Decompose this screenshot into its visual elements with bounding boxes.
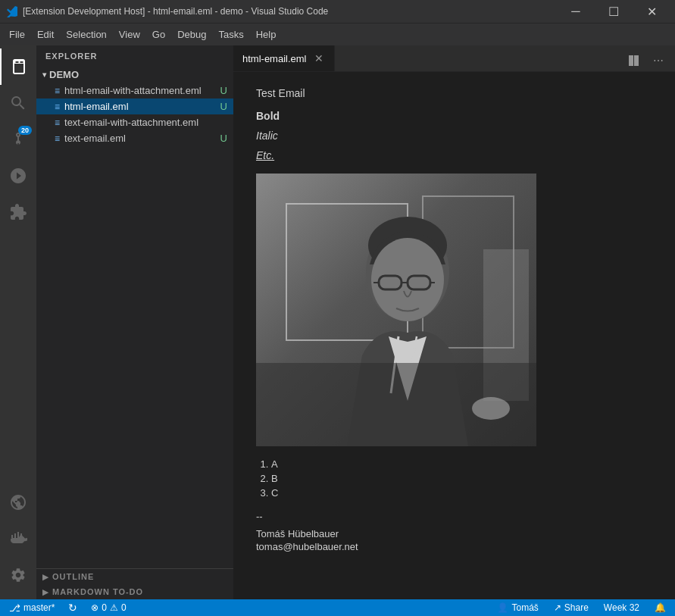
sync-button[interactable]: ↻ [65, 599, 80, 616]
signature-name: Tomáš Hübelbauer [256, 528, 652, 539]
git-branch[interactable]: ⎇ master* [6, 599, 58, 616]
file-html-email[interactable]: ≡ html-email.eml U [36, 98, 233, 114]
activity-settings[interactable] [0, 557, 36, 593]
error-icon: ⊗ [91, 602, 98, 613]
email-separator: -- [256, 511, 652, 522]
user-label: Tomáš [511, 602, 538, 613]
maximize-button[interactable]: ☐ [596, 0, 631, 23]
warning-count: 0 [121, 602, 127, 613]
menu-view[interactable]: View [113, 26, 146, 43]
file-icon-2: ≡ [55, 102, 60, 112]
error-count: 0 [102, 602, 107, 613]
week-info[interactable]: Week 32 [601, 599, 642, 616]
vscode-icon [6, 5, 18, 17]
filename-3: text-email-with-attachment.eml [64, 117, 198, 128]
sidebar-markdown-todo[interactable]: ▶ MARKDOWN TO-DO [36, 584, 233, 599]
tab-bar: html-email.eml ✕ ⋯ [233, 45, 675, 72]
file-badge-4: U [220, 133, 227, 144]
sidebar: Explorer ▾ DEMO ≡ html-email-with-attach… [36, 45, 233, 599]
email-italic-underline: Etc. [256, 149, 652, 161]
activity-docker[interactable] [0, 521, 36, 557]
svg-point-16 [472, 397, 510, 420]
sync-icon: ↻ [68, 602, 77, 614]
person-icon: 👤 [497, 602, 508, 613]
share-button[interactable]: ↗ Share [551, 599, 592, 616]
status-bar: ⎇ master* ↻ ⊗ 0 ⚠ 0 👤 Tomáš ↗ Share Week… [0, 599, 675, 616]
file-badge-2: U [220, 101, 227, 112]
share-label: Share [564, 602, 589, 613]
email-photo [256, 174, 536, 446]
split-editor-button[interactable] [623, 50, 645, 71]
filename-4: text-email.eml [64, 133, 126, 144]
email-signature: Tomáš Hübelbauer tomas@hubelbauer.net [256, 528, 652, 552]
close-button[interactable]: ✕ [634, 0, 669, 23]
week-label: Week 32 [604, 602, 639, 613]
filename-1: html-email-with-attachment.eml [64, 85, 202, 96]
folder-arrow: ▾ [42, 70, 46, 79]
file-icon-4: ≡ [55, 133, 60, 144]
file-html-email-attachment[interactable]: ≡ html-email-with-attachment.eml U [36, 83, 233, 98]
activity-search[interactable] [0, 85, 36, 121]
title-bar-left: [Extension Development Host] - html-emai… [6, 5, 328, 17]
email-image [256, 174, 536, 446]
activity-explorer[interactable] [0, 48, 36, 85]
status-bar-left: ⎇ master* ↻ ⊗ 0 ⚠ 0 [6, 599, 130, 616]
minimize-button[interactable]: ─ [558, 0, 593, 23]
email-italic: Italic [256, 130, 652, 142]
email-list: A B C [256, 458, 652, 499]
notification-bell[interactable]: 🔔 [652, 599, 669, 616]
tab-actions: ⋯ [623, 50, 675, 71]
git-branch-name: master* [23, 602, 55, 613]
user-name[interactable]: 👤 Tomáš [494, 599, 541, 616]
bell-icon: 🔔 [655, 602, 666, 613]
email-subject: Test Email [256, 87, 652, 99]
folder-name: DEMO [49, 69, 79, 80]
share-icon: ↗ [554, 602, 561, 613]
sidebar-title: Explorer [36, 45, 233, 67]
list-item-2: B [271, 473, 652, 484]
warning-icon: ⚠ [110, 602, 118, 613]
signature-email: tomas@hubelbauer.net [256, 541, 652, 552]
menu-bar: File Edit Selection View Go Debug Tasks … [0, 23, 675, 45]
activity-extensions[interactable] [0, 194, 36, 230]
errors-count[interactable]: ⊗ 0 ⚠ 0 [88, 599, 129, 616]
menu-debug[interactable]: Debug [171, 26, 212, 43]
more-actions-button[interactable]: ⋯ [648, 50, 669, 71]
menu-file[interactable]: File [3, 26, 31, 43]
tab-label: html-email.eml [242, 53, 307, 64]
menu-help[interactable]: Help [250, 26, 283, 43]
main-layout: 20 Explorer ▾ DEMO ≡ html-email-with-att… [0, 45, 675, 599]
menu-edit[interactable]: Edit [31, 26, 60, 43]
file-icon-3: ≡ [55, 117, 60, 128]
filename-2: html-email.eml [64, 101, 129, 112]
file-text-email[interactable]: ≡ text-email.eml U [36, 130, 233, 146]
activity-source-control[interactable]: 20 [0, 121, 36, 158]
status-bar-right: 👤 Tomáš ↗ Share Week 32 🔔 [494, 599, 669, 616]
editor-area: html-email.eml ✕ ⋯ Test Email Bold Itali… [233, 45, 675, 599]
title-bar-title: [Extension Development Host] - html-emai… [23, 6, 328, 17]
git-branch-icon: ⎇ [9, 602, 20, 614]
menu-selection[interactable]: Selection [60, 26, 112, 43]
file-text-email-attachment[interactable]: ≡ text-email-with-attachment.eml [36, 114, 233, 130]
markdown-arrow: ▶ [42, 588, 49, 596]
list-item-3: C [271, 487, 652, 499]
activity-remote[interactable] [0, 484, 36, 521]
activity-bar: 20 [0, 45, 36, 599]
file-icon: ≡ [55, 86, 60, 96]
activity-debug[interactable] [0, 158, 36, 194]
file-badge-1: U [220, 85, 227, 96]
title-bar-controls: ─ ☐ ✕ [558, 0, 669, 23]
outline-label: OUTLINE [52, 572, 94, 581]
tab-close-button[interactable]: ✕ [313, 52, 325, 64]
sidebar-bottom: ▶ OUTLINE ▶ MARKDOWN TO-DO [36, 568, 233, 599]
folder-demo[interactable]: ▾ DEMO [36, 67, 233, 83]
menu-tasks[interactable]: Tasks [212, 26, 249, 43]
sidebar-outline[interactable]: ▶ OUTLINE [36, 569, 233, 584]
markdown-label: MARKDOWN TO-DO [52, 587, 143, 596]
tab-html-email[interactable]: html-email.eml ✕ [233, 45, 335, 71]
source-control-badge: 20 [18, 126, 32, 135]
list-item-1: A [271, 458, 652, 470]
outline-arrow: ▶ [42, 573, 49, 581]
email-bold: Bold [256, 110, 652, 122]
menu-go[interactable]: Go [146, 26, 171, 43]
